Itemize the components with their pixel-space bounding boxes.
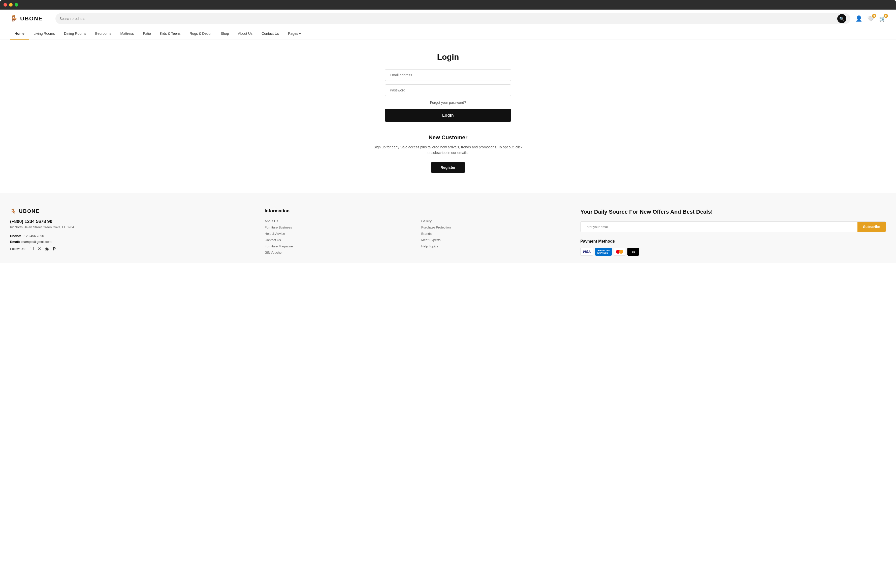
new-customer-section: New Customer Sign up for early Sale acce… [372, 134, 524, 173]
footer-link-gallery[interactable]: Gallery [421, 219, 570, 223]
facebook-icon[interactable]:  f [30, 246, 34, 251]
title-bar [0, 0, 896, 9]
main-nav: Home Living Rooms Dining Rooms Bedrooms … [0, 28, 896, 40]
footer-link-gift-voucher[interactable]: Gift Voucher [265, 251, 413, 254]
maximize-button[interactable] [15, 3, 18, 6]
nav-item-living-rooms[interactable]: Living Rooms [29, 28, 59, 40]
footer-link-about[interactable]: About Us [265, 219, 413, 223]
logo-text: UBONE [20, 15, 43, 22]
nav-item-kids-teens[interactable]: Kids & Teens [155, 28, 185, 40]
amex-payment-icon: AMERICANEXPRESS [595, 248, 612, 256]
password-field[interactable] [385, 84, 511, 96]
footer-link-help-topics[interactable]: Help Topics [421, 244, 570, 248]
footer-link-furniture-magazine[interactable]: Furniture Magazine [265, 244, 413, 248]
site-header: 🪑 UBONE 🔍 👤 🤍 0 🛒 0 [0, 9, 896, 28]
footer-links-grid: About Us Gallery Furniture Business Purc… [265, 219, 570, 254]
elc-payment-icon: elc [628, 248, 639, 256]
site-logo[interactable]: 🪑 UBONE [10, 15, 50, 23]
footer-link-brands[interactable]: Brands [421, 232, 570, 236]
account-button[interactable]: 👤 [855, 15, 862, 22]
nav-item-rugs-decor[interactable]: Rugs & Decor [185, 28, 216, 40]
nav-item-bedrooms[interactable]: Bedrooms [91, 28, 116, 40]
new-customer-title: New Customer [372, 134, 524, 141]
footer-info-col: Information About Us Gallery Furniture B… [265, 208, 570, 256]
footer-logo-text: UBONE [19, 208, 40, 214]
visa-payment-icon: VISA [580, 248, 593, 256]
subscribe-email-input[interactable] [581, 222, 858, 232]
header-icons: 👤 🤍 0 🛒 0 [855, 15, 886, 22]
cart-button[interactable]: 🛒 0 [879, 15, 886, 22]
footer-phone-line: Phone: +123 456 7890 [10, 234, 254, 238]
footer-info-title: Information [265, 208, 570, 214]
footer-email-line: Email: example@gmail.com [10, 240, 254, 244]
login-title: Login [437, 52, 459, 62]
footer-link-help-advice[interactable]: Help & Advice [265, 232, 413, 236]
nav-item-patio[interactable]: Patio [138, 28, 155, 40]
footer-brand-col: 🪑 UBONE (+800) 1234 5678 90 62 North Hel… [10, 208, 254, 256]
pinterest-icon[interactable]: 𝗣 [52, 246, 56, 252]
mastercard-payment-icon [614, 248, 625, 256]
login-button[interactable]: Login [385, 109, 511, 122]
nav-item-home[interactable]: Home [10, 28, 29, 40]
footer-logo-icon: 🪑 [10, 208, 17, 215]
nav-item-about[interactable]: About Us [233, 28, 257, 40]
nav-item-contact[interactable]: Contact Us [257, 28, 283, 40]
register-button[interactable]: Register [431, 162, 465, 173]
wishlist-badge: 0 [872, 14, 876, 18]
nav-item-pages[interactable]: Pages ▾ [283, 28, 305, 40]
login-form: Forgot your password? Login [385, 69, 511, 122]
cart-badge: 0 [884, 14, 888, 18]
forgot-password-link[interactable]: Forgot your password? [385, 101, 511, 105]
email-field[interactable] [385, 69, 511, 81]
footer-link-furniture-business[interactable]: Furniture Business [265, 225, 413, 229]
search-bar: 🔍 [55, 13, 850, 24]
payment-methods: VISA AMERICANEXPRESS elc [580, 248, 886, 256]
minimize-button[interactable] [9, 3, 12, 6]
search-button[interactable]: 🔍 [837, 14, 846, 23]
subscribe-button[interactable]: Subscribe [858, 222, 886, 232]
main-content: Login Forgot your password? Login New Cu… [0, 40, 896, 193]
footer-link-contact[interactable]: Contact Us [265, 238, 413, 242]
nav-item-mattress[interactable]: Mattress [116, 28, 138, 40]
twitter-x-icon[interactable]: ✕ [38, 246, 41, 252]
footer-link-meet-experts[interactable]: Meet Experts [421, 238, 570, 242]
logo-icon: 🪑 [10, 15, 19, 23]
footer-logo: 🪑 UBONE [10, 208, 254, 215]
wishlist-button[interactable]: 🤍 0 [867, 15, 874, 22]
search-input[interactable] [59, 17, 837, 21]
user-icon: 👤 [855, 15, 862, 22]
instagram-icon[interactable]: ◉ [45, 246, 49, 252]
footer-address: 62 North Helen Street Green Cove, FL 320… [10, 225, 254, 229]
new-customer-desc: Sign up for early Sale access plus tailo… [372, 144, 524, 156]
search-icon: 🔍 [839, 17, 844, 21]
email-subscribe-form: Subscribe [580, 221, 886, 232]
footer-offers-col: Your Daily Source For New Offers And Bes… [580, 208, 886, 256]
nav-item-dining-rooms[interactable]: Dining Rooms [59, 28, 91, 40]
site-footer: 🪑 UBONE (+800) 1234 5678 90 62 North Hel… [0, 193, 896, 264]
footer-social: Follow Us :  f ✕ ◉ 𝗣 [10, 246, 254, 252]
footer-phone: (+800) 1234 5678 90 [10, 219, 254, 224]
payment-methods-title: Payment Methods [580, 239, 886, 244]
footer-offers-title: Your Daily Source For New Offers And Bes… [580, 208, 886, 216]
follow-us-label: Follow Us : [10, 247, 26, 251]
chevron-down-icon: ▾ [299, 32, 301, 35]
nav-item-shop[interactable]: Shop [216, 28, 233, 40]
footer-link-purchase-protection[interactable]: Purchase Protection [421, 225, 570, 229]
close-button[interactable] [3, 3, 7, 6]
